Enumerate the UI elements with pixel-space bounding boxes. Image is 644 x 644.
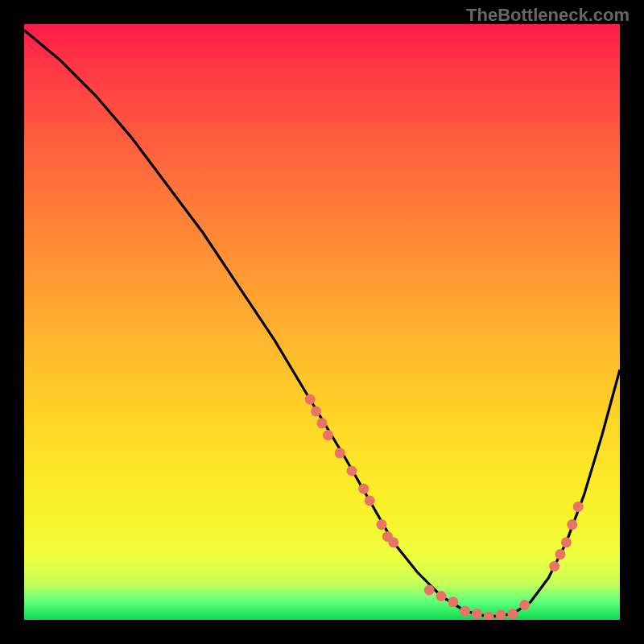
data-marker [347, 466, 357, 477]
data-marker [358, 484, 369, 494]
data-marker [424, 585, 435, 596]
chart-plot-area [24, 24, 620, 620]
data-marker [549, 561, 559, 572]
data-marker [377, 519, 387, 530]
data-marker [317, 418, 328, 428]
data-marker [460, 605, 470, 616]
data-marker [573, 502, 584, 512]
data-marker [311, 407, 321, 417]
data-marker [323, 430, 333, 440]
data-marker [484, 612, 494, 620]
data-marker [436, 591, 447, 601]
data-marker [365, 496, 375, 506]
data-marker [335, 448, 345, 458]
data-marker [567, 519, 577, 530]
chart-svg-layer [24, 24, 620, 620]
data-marker [472, 609, 482, 619]
data-marker [555, 549, 566, 559]
watermark-text: TheBottleneck.com [466, 5, 630, 26]
data-marker [305, 394, 316, 405]
bottleneck-curve-line [24, 30, 620, 617]
data-marker [507, 609, 518, 619]
data-marker [561, 537, 572, 547]
data-marker [448, 597, 458, 607]
data-marker [388, 537, 398, 547]
bottleneck-curve-path [24, 30, 620, 617]
data-marker [496, 610, 506, 620]
data-marker [519, 600, 530, 610]
